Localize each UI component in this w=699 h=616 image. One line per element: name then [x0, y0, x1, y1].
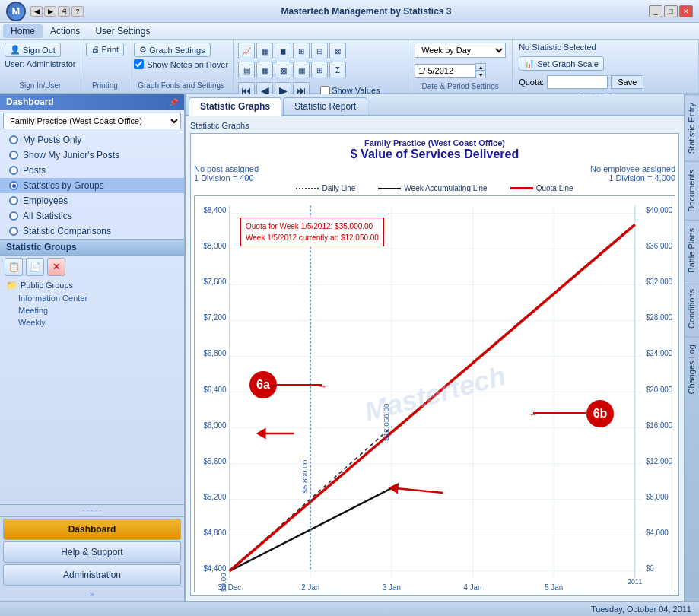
- graph-icon-scatter[interactable]: ⊞: [293, 43, 310, 59]
- graph-icon-t6[interactable]: Σ: [329, 62, 346, 78]
- menu-home[interactable]: Home: [3, 24, 43, 38]
- minimize-btn[interactable]: _: [649, 5, 662, 17]
- quota-input[interactable]: [547, 75, 608, 89]
- nav-all-statistics[interactable]: All Statistics: [0, 208, 184, 224]
- graph-icon-type6[interactable]: ⊠: [329, 43, 346, 59]
- copy-group-btn[interactable]: 📄: [26, 258, 44, 276]
- status-date: Tuesday, October 04, 2011: [591, 605, 691, 614]
- radio-employees: [9, 196, 18, 205]
- svg-text:2011: 2011: [628, 578, 642, 586]
- svg-text:$8,000: $8,000: [646, 492, 669, 501]
- date-input[interactable]: [415, 64, 475, 78]
- signout-icon: 👤: [10, 45, 21, 55]
- right-tab-changes-log[interactable]: Changes Log: [685, 336, 699, 402]
- toolbar-prev-btn[interactable]: ◀: [30, 6, 43, 17]
- tooltip-line2: Week 1/5/2012 currently at: $12,050.00: [246, 232, 379, 243]
- graph-content: Statistic Graphs Family Practice (West C…: [186, 116, 684, 601]
- quota-label: Quota:: [519, 78, 544, 87]
- graph-icon-t5[interactable]: ⊞: [311, 62, 328, 78]
- sidebar-header: Dashboard 📌: [0, 94, 184, 110]
- title-bar: M ◀ ▶ 🖨 ? Mastertech Management by Stati…: [0, 0, 699, 23]
- graph-icon-t3[interactable]: ▩: [275, 62, 291, 78]
- graph-icon-t2[interactable]: ▦: [256, 62, 273, 78]
- arrow-6a: →: [277, 384, 322, 386]
- graph-settings-btn[interactable]: ⚙ Graph Settings: [134, 43, 210, 57]
- graph-fonts-label: Graph Fonts and Settings: [134, 80, 228, 90]
- nav-posts[interactable]: Posts: [0, 163, 184, 178]
- window-title: Mastertech Management by Statistics 3: [84, 6, 649, 17]
- add-group-btn[interactable]: 📋: [5, 258, 23, 276]
- tab-statistic-report[interactable]: Statistic Report: [283, 97, 367, 115]
- graph-icon-step[interactable]: ⊟: [311, 43, 328, 59]
- radio-stat-compare: [9, 227, 18, 236]
- group-weekly[interactable]: Weekly: [0, 316, 184, 329]
- help-btn-small[interactable]: ?: [71, 6, 84, 17]
- svg-text:$6,400: $6,400: [203, 385, 226, 394]
- group-information-center[interactable]: Information Center: [0, 292, 184, 304]
- menu-bar: Home Actions User Settings: [0, 23, 699, 40]
- bottom-nav: · · · · · Dashboard Help & Support Admin…: [0, 504, 184, 601]
- graph-legend: Daily Line Week Accumulating Line Quota …: [194, 184, 675, 192]
- nav-employees[interactable]: Employees: [0, 193, 184, 208]
- date-period-label: Date & Period Settings: [415, 81, 506, 90]
- scale-section: No Statistic Selected 📊 Set Graph Scale …: [513, 40, 699, 93]
- nav-statistic-comparisons[interactable]: Statistic Comparisons: [0, 224, 184, 239]
- date-down-btn[interactable]: ▼: [475, 71, 486, 78]
- user-label: User: Administrator: [5, 59, 76, 68]
- svg-text:$5,800.00: $5,800.00: [301, 460, 308, 494]
- svg-text:$8,000: $8,000: [203, 242, 226, 251]
- period-dropdown[interactable]: Week by Day: [415, 43, 506, 58]
- close-btn[interactable]: ✕: [679, 5, 693, 17]
- show-notes-row: Show Notes on Hover: [134, 59, 228, 69]
- menu-user-settings[interactable]: User Settings: [87, 24, 157, 38]
- print-btn[interactable]: 🖨 Print: [86, 43, 125, 56]
- print-icon: 🖨: [91, 45, 100, 54]
- nav-dashboard[interactable]: Dashboard: [3, 519, 181, 540]
- svg-text:$7,600: $7,600: [203, 278, 226, 287]
- nav-administration[interactable]: Administration: [3, 564, 181, 586]
- svg-text:$24,000: $24,000: [646, 349, 672, 358]
- maximize-btn[interactable]: □: [664, 5, 678, 17]
- tab-statistic-graphs[interactable]: Statistic Graphs: [189, 97, 281, 116]
- delete-group-btn[interactable]: ✕: [47, 258, 65, 276]
- statistic-groups-header: Statistic Groups: [0, 239, 184, 256]
- graph-title: $ Value of Services Delivered: [194, 148, 675, 161]
- svg-text:$40,000: $40,000: [646, 206, 672, 215]
- save-quota-btn[interactable]: Save: [611, 75, 643, 89]
- toolbar-fwd-btn[interactable]: ▶: [44, 6, 56, 17]
- nav-show-junior-posts[interactable]: Show My Junior's Posts: [0, 148, 184, 163]
- nav-statistics-by-groups[interactable]: Statistics by Groups: [0, 178, 184, 193]
- right-tab-battle-plans[interactable]: Battle Plans: [685, 220, 699, 281]
- svg-text:$0: $0: [646, 564, 654, 573]
- graph-icon-line[interactable]: 📈: [238, 43, 255, 59]
- legend-quota: Quota Line: [510, 184, 573, 192]
- graph-settings-icons-section: 📈 ▦ ◼ ⊞ ⊟ ⊠ ▤ ▦ ▩ ▦ ⊞ Σ ⏮ ◀ ▶ ⏭ Show Val…: [234, 40, 408, 93]
- graph-icon-t4[interactable]: ▦: [293, 62, 310, 78]
- svg-text:$20,000: $20,000: [646, 385, 672, 394]
- signout-btn[interactable]: 👤 Sign Out: [5, 43, 61, 57]
- right-tab-documents[interactable]: Documents: [685, 161, 699, 220]
- svg-text:$16,000: $16,000: [646, 421, 672, 430]
- print-btn-small[interactable]: 🖨: [58, 6, 70, 17]
- right-tab-statistic-entry[interactable]: Statistic Entry: [685, 94, 699, 161]
- public-groups-item[interactable]: 📁 Public Groups: [0, 278, 184, 292]
- nav-my-posts-only[interactable]: My Posts Only: [0, 132, 184, 148]
- show-notes-checkbox[interactable]: [134, 59, 144, 69]
- office-dropdown[interactable]: Family Practice (West Coast Office): [3, 113, 181, 129]
- svg-text:4 Jan: 4 Jan: [464, 583, 482, 592]
- graph-icon-t1[interactable]: ▤: [238, 62, 255, 78]
- tab-bar: Statistic Graphs Statistic Report: [186, 94, 684, 116]
- set-graph-scale-btn[interactable]: 📊 Set Graph Scale: [519, 56, 604, 71]
- graph-icon-area[interactable]: ◼: [275, 43, 291, 59]
- expand-arrow[interactable]: »: [0, 587, 184, 601]
- radio-my-posts: [9, 135, 18, 144]
- graph-meta-left: No post assigned: [194, 164, 259, 173]
- graph-icon-bar[interactable]: ▦: [256, 43, 273, 59]
- date-up-btn[interactable]: ▲: [475, 63, 486, 71]
- right-tab-conditions[interactable]: Conditions: [685, 281, 699, 336]
- group-meeting[interactable]: Meeting: [0, 304, 184, 316]
- nav-help[interactable]: Help & Support: [3, 541, 181, 563]
- sidebar-pin[interactable]: 📌: [169, 98, 178, 106]
- menu-actions[interactable]: Actions: [43, 24, 87, 38]
- graph-icon-group2: ▤ ▦ ▩ ▦ ⊞ Σ: [238, 62, 390, 78]
